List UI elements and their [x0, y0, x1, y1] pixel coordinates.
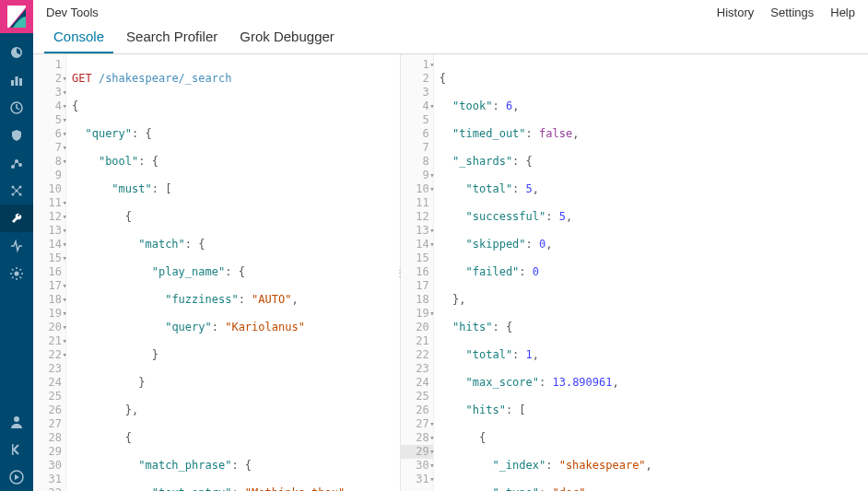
tabs: Console Search Profiler Grok Debugger [33, 19, 868, 54]
svg-point-13 [14, 416, 19, 422]
request-gutter: 12▾3▾4▾5▾6▾7▾8▾91011▾12▾13▾14▾15▾1617▾18… [33, 54, 66, 491]
tab-grok-debugger[interactable]: Grok Debugger [230, 23, 344, 53]
response-gutter: 1▾234▾56789▾10▾111213▾14▾1516171819▾2021… [401, 54, 434, 491]
svg-rect-1 [16, 76, 18, 86]
account-icon[interactable] [0, 408, 33, 436]
topbar: Dev Tools History Settings Help [33, 0, 868, 19]
visualize-icon[interactable] [0, 66, 33, 94]
sidebar-nav [0, 39, 33, 287]
request-editor[interactable]: GET /shakespeare/_search { "query": { "b… [66, 54, 400, 491]
svg-rect-0 [11, 80, 14, 86]
graph-icon[interactable] [0, 177, 33, 205]
collapse-icon[interactable] [0, 436, 33, 463]
svg-point-12 [15, 272, 19, 276]
editor-area: 12▾3▾4▾5▾6▾7▾8▾91011▾12▾13▾14▾15▾1617▾18… [33, 54, 868, 491]
dashboard-icon[interactable] [0, 39, 33, 66]
security-icon[interactable] [0, 122, 33, 149]
apm-icon[interactable] [0, 149, 33, 177]
timelion-icon[interactable] [0, 94, 33, 122]
top-links: History Settings Help [717, 6, 855, 19]
kibana-logo[interactable] [0, 0, 33, 33]
help-link[interactable]: Help [830, 6, 855, 19]
monitoring-icon[interactable] [0, 232, 33, 260]
request-pane[interactable]: 12▾3▾4▾5▾6▾7▾8▾91011▾12▾13▾14▾15▾1617▾18… [33, 54, 401, 491]
breadcrumb: Dev Tools [46, 6, 99, 19]
svg-rect-14 [12, 444, 14, 455]
devtools-icon[interactable] [0, 205, 33, 232]
sidebar [0, 0, 33, 491]
tab-search-profiler[interactable]: Search Profiler [117, 23, 227, 53]
run-icon[interactable] [0, 463, 33, 491]
management-icon[interactable] [0, 260, 33, 287]
main-content: Dev Tools History Settings Help Console … [33, 0, 868, 491]
settings-link[interactable]: Settings [770, 6, 814, 19]
history-link[interactable]: History [717, 6, 754, 19]
svg-rect-2 [19, 78, 22, 86]
response-pane[interactable]: 1▾234▾56789▾10▾111213▾14▾1516171819▾2021… [401, 54, 868, 491]
tab-console[interactable]: Console [44, 23, 113, 53]
response-viewer[interactable]: { "took": 6, "timed_out": false, "_shard… [434, 54, 868, 491]
